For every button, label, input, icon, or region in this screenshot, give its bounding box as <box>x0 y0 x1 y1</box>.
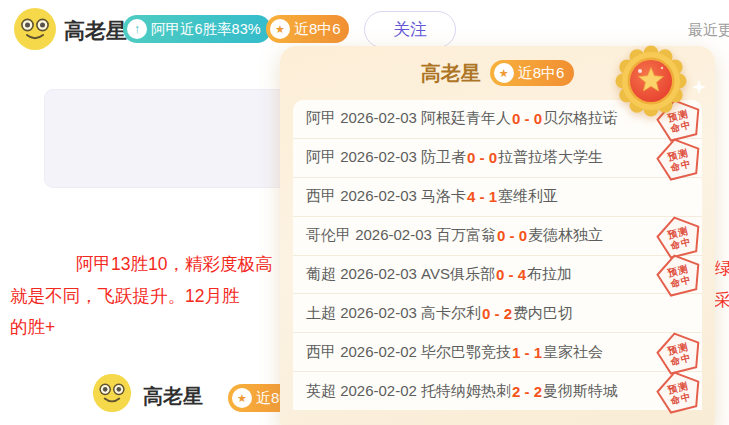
match-league-date-home: 阿甲 2026-02-03 阿根廷青年人 <box>306 109 511 128</box>
up-arrow-icon: ↑ <box>127 19 147 39</box>
match-score: 0 - 4 <box>496 266 526 283</box>
prediction-hit-stamp-icon: 预测 命中 <box>652 132 707 184</box>
star-icon: ★ <box>270 19 290 39</box>
match-row: 阿甲 2026-02-03 防卫者0 - 0拉普拉塔大学生 预测 命中 <box>293 139 702 178</box>
star-icon: ★ <box>494 63 514 83</box>
streak-badge-label: 近8中6 <box>294 20 341 39</box>
match-league-date-home: 土超 2026-02-03 高卡尔利 <box>306 304 481 323</box>
match-row: 葡超 2026-02-03 AVS俱乐部0 - 4布拉加 预测 命中 <box>293 256 702 295</box>
match-score: 0 - 2 <box>482 305 512 322</box>
follow-button[interactable]: 关注 <box>364 11 456 48</box>
match-away-team: 麦德林独立 <box>528 226 603 245</box>
smiley-face-icon <box>92 373 132 413</box>
match-row: 西甲 2026-02-02 毕尔巴鄂竞技1 - 1皇家社会 预测 命中 <box>293 333 702 372</box>
username[interactable]: 高老星 <box>64 17 127 45</box>
popup-streak-badge-label: 近8中6 <box>518 64 565 83</box>
user-avatar-bottom[interactable] <box>92 373 132 413</box>
username-bottom[interactable]: 高老星 <box>143 383 203 410</box>
match-score: 0 - 0 <box>497 227 527 244</box>
popup-streak-badge: ★ 近8中6 <box>490 60 575 86</box>
match-league-date-home: 英超 2026-02-02 托特纳姆热刺 <box>306 382 511 401</box>
match-league-date-home: 西甲 2026-02-03 马洛卡 <box>306 187 466 206</box>
popup-username: 高老星 <box>421 60 481 87</box>
match-row: 西甲 2026-02-03 马洛卡4 - 1塞维利亚 <box>293 178 702 217</box>
match-league-date-home: 哥伦甲 2026-02-03 百万富翁 <box>306 226 496 245</box>
stamp-line-2: 命中 <box>669 274 692 289</box>
winrate-badge-label: 阿甲近6胜率83% <box>151 20 261 39</box>
recent-updates-label: 最近更新 <box>688 21 729 40</box>
article-line-1: 阿甲13胜10，精彩度极高 <box>10 249 295 281</box>
match-score: 2 - 2 <box>512 383 542 400</box>
match-row: 哥伦甲 2026-02-03 百万富翁0 - 0麦德林独立 预测 命中 <box>293 217 702 256</box>
match-league-date-home: 西甲 2026-02-02 毕尔巴鄂竞技 <box>306 343 511 362</box>
match-league-date-home: 阿甲 2026-02-03 防卫者 <box>306 148 466 167</box>
match-away-team: 塞维利亚 <box>498 187 558 206</box>
match-list: 阿甲 2026-02-03 阿根廷青年人0 - 0贝尔格拉诺 预测 命中 阿甲 … <box>293 100 702 410</box>
star-icon: ★ <box>232 388 252 408</box>
match-score: 1 - 1 <box>512 344 542 361</box>
article-edge-fragment-2: 采 <box>714 288 729 312</box>
match-away-team: 拉普拉塔大学生 <box>498 148 603 167</box>
prediction-hit-stamp-icon: 预测 命中 <box>652 248 707 300</box>
user-avatar[interactable] <box>13 7 57 51</box>
match-row: 英超 2026-02-02 托特纳姆热刺2 - 2曼彻斯特城 预测 命中 <box>293 372 702 410</box>
smiley-face-icon <box>13 7 57 51</box>
prediction-hit-stamp-icon: 预测 命中 <box>652 365 707 417</box>
stamp-line-2: 命中 <box>669 352 692 367</box>
article-line-3: 的胜+ <box>10 312 295 344</box>
streak-badge: ★ 近8中6 <box>266 15 349 43</box>
article-line-2: 就是不同，飞跃提升。12月胜 <box>10 281 295 313</box>
match-row: 土超 2026-02-03 高卡尔利0 - 2费内巴切 <box>293 294 702 333</box>
match-score: 0 - 0 <box>512 110 542 127</box>
match-score: 4 - 1 <box>467 188 497 205</box>
article-edge-fragment-1: 绿 <box>715 256 729 280</box>
match-league-date-home: 葡超 2026-02-03 AVS俱乐部 <box>306 265 495 284</box>
match-away-team: 贝尔格拉诺 <box>543 109 618 128</box>
match-score: 0 - 0 <box>467 149 497 166</box>
page: 高老星 ↑ 阿甲近6胜率83% ★ 近8中6 关注 最近更新 阿甲13胜10，精… <box>0 0 729 425</box>
match-away-team: 曼彻斯特城 <box>543 382 618 401</box>
match-away-team: 费内巴切 <box>513 304 573 323</box>
prediction-popup-card: 高老星 ★ 近8中6 <box>280 46 715 425</box>
match-away-team: 皇家社会 <box>543 343 603 362</box>
gold-medal-icon <box>611 39 691 119</box>
winrate-badge: ↑ 阿甲近6胜率83% <box>123 15 271 43</box>
match-away-team: 布拉加 <box>527 265 572 284</box>
article-text: 阿甲13胜10，精彩度极高 就是不同，飞跃提升。12月胜 的胜+ <box>10 249 295 344</box>
